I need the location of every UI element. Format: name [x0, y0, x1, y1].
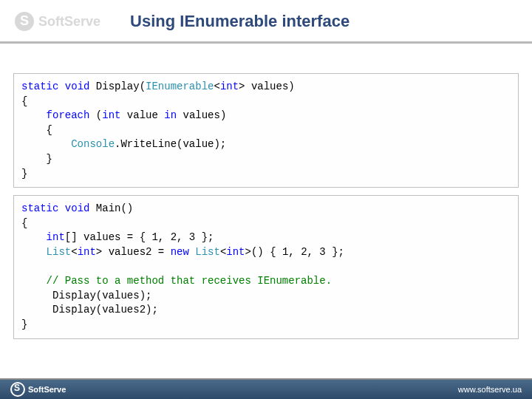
footer-brand-name: SoftServe	[28, 385, 66, 394]
brand-name: SoftServe	[38, 14, 100, 30]
code-block-main: static void Main() { int[] values = { 1,…	[13, 195, 519, 338]
footer-url: www.softserve.ua	[458, 385, 522, 394]
slide-title: Using IEnumerable interface	[130, 12, 349, 31]
footer-brand: SoftServe	[10, 382, 66, 397]
brand-logo: SoftServe	[15, 12, 100, 31]
header-divider	[0, 41, 532, 44]
code-block-display: static void Display(IEnumerable<int> val…	[13, 73, 519, 188]
brand-logo-icon	[15, 12, 34, 31]
footer-logo-icon	[10, 382, 25, 397]
slide-header: SoftServe Using IEnumerable interface	[0, 0, 532, 38]
slide-footer: SoftServe www.softserve.ua	[0, 378, 532, 399]
